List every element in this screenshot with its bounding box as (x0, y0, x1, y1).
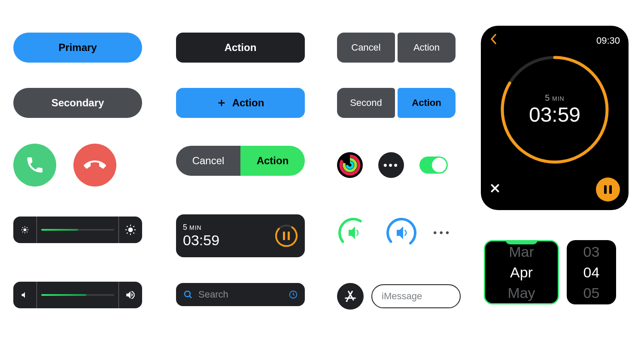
day-picker[interactable]: 03 04 05 (567, 240, 616, 304)
cancel-action-split: Cancel Action (337, 33, 456, 63)
svg-line-6 (27, 232, 27, 232)
svg-line-15 (134, 233, 134, 234)
pause-ring-icon (275, 224, 298, 247)
activity-rings-icon (339, 154, 361, 176)
volume-slider[interactable] (13, 282, 142, 308)
split-cancel-button[interactable]: Cancel (337, 33, 395, 63)
progress-ring-row: ••• (337, 217, 452, 249)
progress-ring-green-icon (337, 217, 370, 249)
timer-card[interactable]: 5 MIN 03:59 (176, 214, 305, 257)
watch-timer-screen: 09:30 5 MIN 03:59 (481, 26, 629, 210)
phone-icon (25, 155, 45, 175)
chevron-left-icon (489, 33, 497, 45)
phone-down-icon (84, 154, 106, 176)
volume-ring-green[interactable] (337, 217, 370, 249)
svg-point-0 (24, 229, 27, 232)
brightness-low-icon (13, 226, 36, 234)
search-input[interactable]: Search (176, 283, 305, 306)
svg-rect-41 (609, 185, 612, 194)
ellipsis-icon: ••• (383, 159, 399, 172)
add-action-label: Action (232, 97, 264, 109)
month-prev: Mar (509, 241, 534, 262)
clock-icon (289, 290, 298, 299)
activity-rings-button[interactable] (337, 152, 363, 178)
split-action-button[interactable]: Action (398, 33, 456, 63)
decline-call-button[interactable] (73, 144, 116, 187)
volume-low-icon (13, 291, 36, 299)
svg-rect-40 (604, 185, 607, 194)
timer-card-time: 03:59 (183, 232, 219, 249)
more-button[interactable]: ••• (378, 152, 404, 178)
imessage-row: iMessage (337, 283, 461, 310)
circle-icon-row: ••• (337, 152, 448, 178)
brightness-slider[interactable] (13, 217, 142, 243)
volume-track[interactable] (37, 282, 118, 308)
search-placeholder: Search (198, 289, 283, 300)
svg-point-21 (275, 224, 298, 247)
app-store-icon (343, 289, 358, 304)
svg-line-8 (27, 227, 27, 228)
toggle-switch[interactable] (419, 156, 448, 174)
more-dots-light[interactable]: ••• (433, 227, 452, 239)
second-action-split: Second Action (337, 88, 456, 118)
action-pill-button[interactable]: Action (240, 146, 305, 176)
month-picker[interactable]: MONTH Mar Apr May (484, 240, 559, 304)
timer-ring-icon (497, 52, 613, 168)
month-current: Apr (510, 262, 533, 283)
svg-line-7 (22, 232, 23, 232)
svg-point-35 (346, 300, 348, 302)
volume-high-icon (119, 289, 142, 301)
accept-call-button[interactable] (13, 144, 56, 187)
progress-ring-blue-icon (385, 217, 418, 249)
add-action-button[interactable]: Action (176, 88, 305, 118)
watch-status-time: 09:30 (596, 35, 620, 46)
day-next: 05 (583, 283, 600, 303)
close-icon (489, 183, 501, 194)
watch-timer-ring: 5 MIN 03:59 (497, 52, 613, 168)
brightness-track[interactable] (37, 217, 118, 243)
watch-pause-button[interactable] (596, 178, 620, 202)
timer-card-pause-button[interactable] (275, 224, 298, 247)
imessage-input[interactable]: iMessage (371, 284, 461, 308)
split-action-blue-button[interactable]: Action (398, 88, 456, 118)
svg-point-24 (185, 291, 190, 297)
brightness-high-icon (119, 224, 142, 235)
plus-icon (217, 98, 226, 108)
imessage-placeholder: iMessage (382, 291, 422, 302)
svg-line-17 (134, 226, 134, 227)
watch-close-button[interactable] (489, 183, 501, 197)
action-dark-button[interactable]: Action (176, 33, 305, 63)
primary-button[interactable]: Primary (13, 33, 142, 63)
search-icon (183, 289, 193, 300)
svg-point-9 (128, 228, 133, 232)
volume-ring-blue[interactable] (385, 217, 418, 249)
split-second-button[interactable]: Second (337, 88, 395, 118)
svg-line-5 (22, 227, 23, 228)
timer-card-label: 5 MIN (183, 223, 219, 232)
cancel-action-pill: Cancel Action (176, 146, 305, 176)
app-store-button[interactable] (337, 283, 364, 310)
svg-line-14 (127, 226, 128, 227)
call-button-group (13, 144, 116, 187)
svg-rect-23 (288, 232, 290, 240)
svg-rect-22 (283, 232, 285, 240)
month-next: May (507, 283, 535, 303)
svg-point-29 (347, 162, 353, 168)
watch-back-button[interactable] (489, 33, 497, 48)
svg-line-25 (189, 296, 191, 298)
pause-icon (603, 184, 613, 195)
svg-line-16 (127, 233, 128, 234)
date-picker: MONTH Mar Apr May 03 04 05 (484, 240, 616, 304)
day-prev: 03 (583, 241, 600, 262)
day-current: 04 (583, 262, 600, 283)
cancel-pill-button[interactable]: Cancel (176, 146, 240, 176)
secondary-button[interactable]: Secondary (13, 88, 142, 118)
